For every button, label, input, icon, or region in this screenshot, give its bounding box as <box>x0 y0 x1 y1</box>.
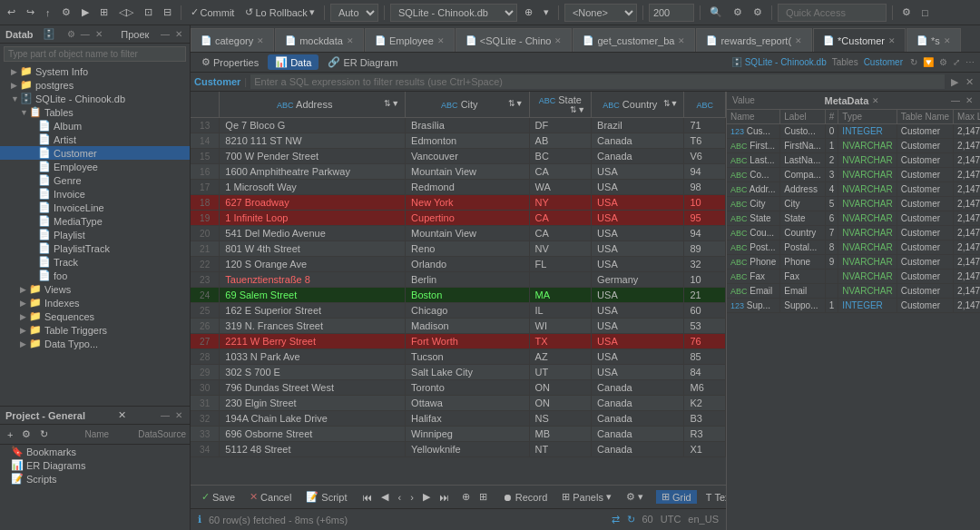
tree-item-foo[interactable]: ▶ 📄 foo <box>0 269 190 282</box>
cell-country[interactable]: USA <box>592 288 684 303</box>
meta-row[interactable]: ABC Post... Postal... 8 NVARCHAR Custome… <box>727 240 980 255</box>
cell-address[interactable]: 700 W Pender Street <box>220 149 406 164</box>
db-filter-input[interactable] <box>4 46 186 62</box>
cell-country[interactable]: Canada <box>592 427 684 442</box>
cell-city[interactable]: Tucson <box>406 349 529 365</box>
toolbar-play[interactable]: ▶ <box>78 5 93 20</box>
tree-item-views[interactable]: ▶ 📁 Views <box>0 282 190 296</box>
project-collapse[interactable]: — <box>159 409 172 421</box>
table-row[interactable]: 28 1033 N Park Ave Tucson AZ USA 85 <box>191 349 726 365</box>
meta-row[interactable]: ABC Last... LastNa... 2 NVARCHAR Custome… <box>727 153 980 168</box>
project-close[interactable]: ✕ <box>173 409 184 421</box>
cell-state[interactable]: ON <box>529 380 592 396</box>
cell-city[interactable]: Cupertino <box>406 211 529 226</box>
cell-country[interactable]: USA <box>592 241 684 257</box>
cell-country[interactable]: Brazil <box>592 118 684 133</box>
cell-state[interactable]: NT <box>529 442 592 457</box>
table-row[interactable]: 31 230 Elgin Street Ottawa ON Canada K2 <box>191 396 726 411</box>
table-row[interactable]: 22 120 S Orange Ave Orlando FL USA 32 <box>191 257 726 272</box>
cell-state[interactable]: CA <box>529 211 592 226</box>
tree-item-tables[interactable]: ▼ 📋 Tables <box>0 105 190 119</box>
project-new[interactable]: + <box>4 427 16 442</box>
tree-item-sqlite[interactable]: ▼ 🗄️ SQLite - Chinook.db <box>0 92 190 105</box>
refresh-btn[interactable]: ↻ <box>908 56 919 68</box>
cell-country[interactable]: Canada <box>592 411 684 427</box>
text-button[interactable]: T Text <box>701 491 726 504</box>
cell-extra[interactable]: 10 <box>684 195 726 211</box>
tab-mockdata[interactable]: 📄 mockdata ✕ <box>275 28 364 52</box>
meta-row[interactable]: ABC Email Email NVARCHAR Customer 2,147,… <box>727 284 980 299</box>
cell-country[interactable]: USA <box>592 211 684 226</box>
tree-item-postgres[interactable]: ▶ 📁 postgres <box>0 78 190 92</box>
cell-city[interactable]: Toronto <box>406 380 529 396</box>
expand-btn[interactable]: ⤢ <box>951 56 962 68</box>
cell-city[interactable]: Boston <box>406 288 529 303</box>
table-row[interactable]: 19 1 Infinite Loop Cupertino CA USA 95 <box>191 211 726 226</box>
db-connect-icon[interactable]: ⊕ <box>521 5 536 20</box>
table-row[interactable]: 33 696 Osborne Street Winnipeg MB Canada… <box>191 427 726 442</box>
cell-city[interactable]: Mountain View <box>406 226 529 241</box>
cell-state[interactable]: CA <box>529 164 592 180</box>
grid-button[interactable]: ⊞ Grid <box>656 490 697 504</box>
project-item-scripts[interactable]: 📝 Scripts <box>0 472 190 486</box>
meta-row[interactable]: ABC Fax Fax NVARCHAR Customer 2,147,483 <box>727 270 980 284</box>
meta-col-table[interactable]: Table Name <box>897 110 953 124</box>
table-row[interactable]: 17 1 Microsoft Way Redmond WA USA 98 <box>191 180 726 195</box>
table-row[interactable]: 23 Tauenztienstraße 8 Berlin Germany 10 <box>191 272 726 288</box>
cell-state[interactable]: NS <box>529 411 592 427</box>
meta-row[interactable]: ABC First... FirstNa... 1 NVARCHAR Custo… <box>727 139 980 153</box>
meta-col-max[interactable]: Max L <box>954 110 980 124</box>
cell-extra[interactable]: 53 <box>684 319 726 334</box>
quick-access-input[interactable] <box>778 4 887 22</box>
tree-item-album[interactable]: ▶ 📄 Album <box>0 119 190 132</box>
tree-item-employee[interactable]: ▶ 📄 Employee <box>0 160 190 173</box>
db-browser-close[interactable]: ✕ <box>93 28 104 40</box>
meta-row[interactable]: 123 Cus... Custo... 0 INTEGER Customer 2… <box>727 124 980 139</box>
tree-item-customer[interactable]: ▶ 📄 Customer <box>0 146 190 160</box>
meta-row[interactable]: ABC Cou... Country 7 NVARCHAR Customer 2… <box>727 226 980 240</box>
tab-close-icon[interactable]: ✕ <box>554 36 562 45</box>
toolbar-split2[interactable]: ⊟ <box>160 5 175 20</box>
nav-next2[interactable]: ▶ <box>420 490 433 504</box>
tree-item-genre[interactable]: ▶ 📄 Genre <box>0 173 190 187</box>
table-row[interactable]: 21 801 W 4th Street Reno NV USA 89 <box>191 241 726 257</box>
cell-address[interactable]: 302 S 700 E <box>220 365 406 380</box>
col-header-city[interactable]: ABC City ⇅▼ <box>406 92 529 118</box>
db-dropdown-btn[interactable]: ▾ <box>540 5 553 20</box>
project-item-bookmarks[interactable]: 🔖 Bookmarks <box>0 445 190 458</box>
cell-country[interactable]: USA <box>592 195 684 211</box>
cell-city[interactable]: New York <box>406 195 529 211</box>
cell-country[interactable]: USA <box>592 164 684 180</box>
cell-extra[interactable]: M6 <box>684 380 726 396</box>
table-row[interactable]: 18 627 Broadway New York NY USA 10 <box>191 195 726 211</box>
col-header-country[interactable]: ABC Country ⇅▼ <box>592 92 684 118</box>
tab-category[interactable]: 📄 category ✕ <box>191 28 274 52</box>
cell-city[interactable]: Mountain View <box>406 164 529 180</box>
cell-country[interactable]: USA <box>592 257 684 272</box>
toolbar-settings[interactable]: ⚙ <box>58 5 74 20</box>
cell-extra[interactable]: 76 <box>684 334 726 349</box>
toolbar-help[interactable]: ⚙ <box>750 5 766 20</box>
cell-address[interactable]: 319 N. Frances Street <box>220 319 406 334</box>
meta-close-btn[interactable]: ✕ <box>964 94 975 106</box>
rollback-button[interactable]: ↺ Lo Rollback ▾ <box>241 5 318 20</box>
script-button[interactable]: 📝 Script <box>300 490 352 504</box>
meta-row[interactable]: ABC Addr... Address 4 NVARCHAR Customer … <box>727 182 980 197</box>
nav-add[interactable]: ⊕ <box>459 490 473 504</box>
cell-country[interactable]: Canada <box>592 133 684 149</box>
tree-item-mediatype[interactable]: ▶ 📄 MediaType <box>0 214 190 228</box>
tab-employee[interactable]: 📄 Employee ✕ <box>365 28 455 52</box>
cell-city[interactable]: Ottawa <box>406 396 529 411</box>
tab-close-icon[interactable]: ✕ <box>888 36 896 45</box>
table-row[interactable]: 26 319 N. Frances Street Madison WI USA … <box>191 319 726 334</box>
cell-extra[interactable]: 94 <box>684 226 726 241</box>
db-browser-collapse[interactable]: — <box>79 28 92 40</box>
cell-state[interactable]: FL <box>529 257 592 272</box>
nav-first[interactable]: ⏮ <box>359 491 375 504</box>
toolbar-split[interactable]: ⊡ <box>141 5 156 20</box>
cell-address[interactable]: 230 Elgin Street <box>220 396 406 411</box>
toolbar-up[interactable]: ↑ <box>42 5 54 20</box>
nav-prev2[interactable]: ‹ <box>395 491 404 504</box>
cell-extra[interactable]: 85 <box>684 349 726 365</box>
filter-btn[interactable]: 🔽 <box>921 56 936 68</box>
